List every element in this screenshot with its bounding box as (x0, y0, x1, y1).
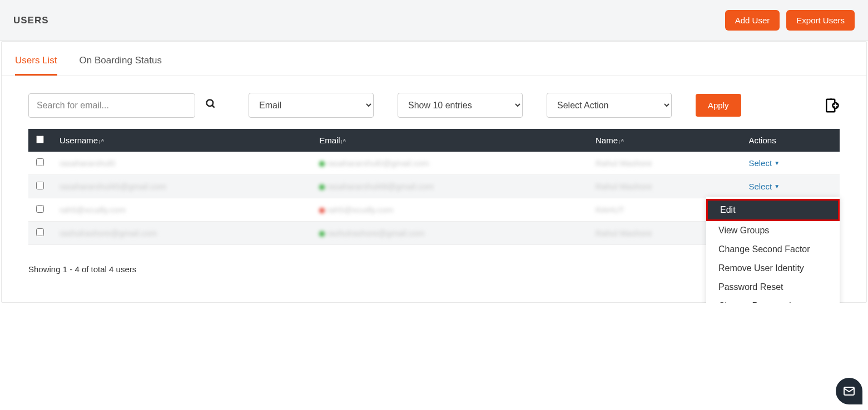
name-cell: RAHUT (596, 205, 624, 214)
svg-line-1 (212, 106, 215, 108)
main-container: Users List On Boarding Status Email Show… (1, 41, 867, 303)
dropdown-item-edit[interactable]: Edit (706, 199, 840, 221)
search-icon[interactable] (205, 98, 216, 112)
header-actions: Actions (741, 129, 840, 152)
tab-onboarding-status[interactable]: On Boarding Status (80, 55, 162, 76)
export-users-button[interactable]: Export Users (786, 10, 855, 31)
email-cell: rah5@xcudly.com (319, 205, 393, 214)
sort-icon: ↓ᴬ (98, 138, 104, 144)
name-cell: Rahul Mashore (596, 158, 652, 168)
row-actions-dropdown: Edit View Groups Change Second Factor Re… (706, 197, 840, 303)
table-row: rasahararshul45@gmail.com rasahararshul4… (28, 175, 840, 198)
row-select-action[interactable]: Select ▼ (748, 158, 780, 168)
apply-button[interactable]: Apply (696, 94, 741, 117)
table-row: rasahararshul0 rasahararshul0@gmail.com … (28, 152, 840, 175)
email-cell: rashulrashore@gmail.com (319, 228, 424, 238)
row-select-action[interactable]: Select ▼ (748, 182, 780, 191)
entries-select[interactable]: Show 10 entries (398, 93, 523, 118)
filter-by-select[interactable]: Email (249, 93, 374, 118)
header-username[interactable]: Username↓ᴬ (52, 129, 311, 152)
email-cell: rasahararshul0@gmail.com (319, 158, 429, 168)
header-email[interactable]: Email↓ᴬ (311, 129, 588, 152)
dropdown-item-change-second-factor[interactable]: Change Second Factor (706, 240, 840, 259)
action-select[interactable]: Select Action (547, 93, 672, 118)
sort-icon: ↓ᴬ (618, 138, 624, 144)
svg-point-0 (207, 100, 214, 107)
row-checkbox[interactable] (36, 182, 44, 189)
row-checkbox[interactable] (36, 205, 44, 213)
add-user-button[interactable]: Add User (725, 10, 780, 31)
tabs: Users List On Boarding Status (2, 42, 866, 76)
sort-icon: ↓ᴬ (340, 138, 346, 144)
dropdown-item-change-password[interactable]: Change Password (706, 297, 840, 303)
name-cell: Rahul Mashore (596, 182, 652, 191)
dropdown-item-password-reset[interactable]: Password Reset (706, 278, 840, 297)
header-checkbox-cell (28, 129, 52, 152)
toolbar: Email Show 10 entries Select Action Appl… (2, 76, 866, 129)
select-all-checkbox[interactable] (36, 136, 44, 143)
page-title: USERS (13, 15, 49, 26)
table-wrap: Username↓ᴬ Email↓ᴬ Name↓ᴬ Actions rasaha… (2, 129, 866, 245)
add-device-icon[interactable] (823, 97, 840, 114)
email-cell: rasahararshul48@gmail.com (319, 182, 434, 191)
name-cell: Rahul Mashore (596, 228, 652, 238)
dropdown-item-remove-user-identity[interactable]: Remove User Identity (706, 259, 840, 278)
search-input[interactable] (28, 93, 195, 118)
tab-users-list[interactable]: Users List (15, 55, 57, 76)
username-cell: rashulrashore@gmail.com (59, 228, 157, 238)
header-buttons: Add User Export Users (725, 10, 855, 31)
username-cell: rasahararshul0 (59, 158, 115, 168)
username-cell: rasahararshul45@gmail.com (59, 182, 166, 191)
row-checkbox[interactable] (36, 158, 44, 166)
dropdown-item-view-groups[interactable]: View Groups (706, 221, 840, 240)
results-summary: Showing 1 - 4 of total 4 users (28, 264, 136, 274)
username-cell: rah5@xcudly.com (59, 205, 126, 214)
header-name[interactable]: Name↓ᴬ (588, 129, 741, 152)
row-checkbox[interactable] (36, 228, 44, 236)
header-bar: USERS Add User Export Users (0, 0, 868, 41)
